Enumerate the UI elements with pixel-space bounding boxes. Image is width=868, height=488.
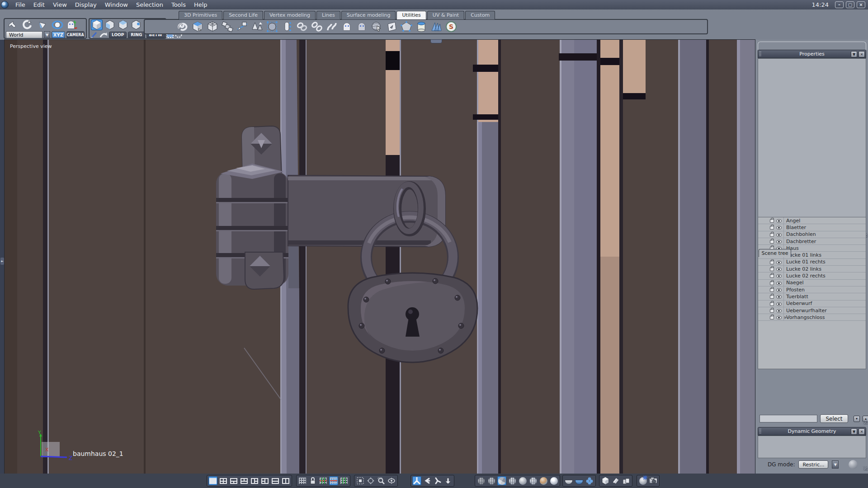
tree-item[interactable]: Angel <box>758 217 866 224</box>
tab-utilities[interactable]: Utilities <box>396 11 426 19</box>
lock-icon[interactable] <box>770 261 774 264</box>
xyz-button[interactable]: XYZ <box>52 31 65 38</box>
dg-collapse-icon[interactable]: ▼ <box>851 428 857 435</box>
lock-icon[interactable] <box>770 295 774 299</box>
eye-icon[interactable] <box>776 282 782 285</box>
extrude-arrow-icon[interactable] <box>99 31 108 38</box>
axis-all-icon[interactable] <box>412 476 421 485</box>
properties-collapse-icon[interactable]: ▼ <box>851 51 857 57</box>
lock-icon[interactable] <box>770 274 774 278</box>
tab-3d-primitives[interactable]: 3D Primitives <box>179 11 222 19</box>
layout-hsplit-icon[interactable] <box>271 476 280 485</box>
mode-object-icon[interactable] <box>91 19 103 30</box>
mode-edge-icon[interactable] <box>117 19 129 30</box>
scene-prev-icon[interactable]: ▾ <box>854 416 860 422</box>
layout-bottom-split-icon[interactable] <box>240 476 249 485</box>
eye-icon[interactable] <box>776 288 782 292</box>
plane-arrow-icon[interactable] <box>385 20 398 33</box>
caged-sphere-icon[interactable] <box>266 20 278 33</box>
prism-icon[interactable] <box>611 476 620 485</box>
minimize-button[interactable]: – <box>835 1 844 8</box>
eye-icon[interactable] <box>776 240 782 244</box>
render-wire-icon[interactable] <box>487 476 496 485</box>
layout-top-split-icon[interactable] <box>229 476 238 485</box>
render-smooth-icon[interactable] <box>518 476 527 485</box>
rotate-tool-icon[interactable] <box>21 19 34 30</box>
menu-selection[interactable]: Selection <box>132 1 167 8</box>
close-button[interactable]: × <box>857 1 865 8</box>
axis-bend-icon[interactable] <box>433 476 442 485</box>
viewport-top-handle[interactable] <box>430 39 442 43</box>
lock-icon[interactable] <box>770 219 774 223</box>
hatch-surface-icon[interactable] <box>430 20 443 33</box>
drag-grip-icon[interactable] <box>759 52 761 57</box>
ring-button[interactable]: RING <box>128 32 145 38</box>
eye-icon[interactable] <box>776 233 782 237</box>
lock-icon[interactable] <box>770 288 774 292</box>
render-smooth-wire-icon[interactable] <box>528 476 538 485</box>
perspective-viewport[interactable]: Perspective view <box>5 40 755 474</box>
render-textured-icon[interactable] <box>539 476 548 485</box>
wedge-tool-icon[interactable] <box>36 19 49 30</box>
menu-window[interactable]: Window <box>101 1 132 8</box>
menu-view[interactable]: View <box>49 1 71 8</box>
layout-left-split-icon[interactable] <box>250 476 259 485</box>
menu-help[interactable]: Help <box>190 1 212 8</box>
cylinder-tool-icon[interactable] <box>415 20 428 33</box>
properties-titlebar[interactable]: Properties ▼ ✕ <box>758 50 866 58</box>
tab-vertex-modeling[interactable]: Vertex modeling <box>264 11 316 19</box>
tab-surface-modeling[interactable]: Surface modeling <box>341 11 396 19</box>
cube-solid-icon[interactable] <box>601 476 610 485</box>
orbit-tool-icon[interactable] <box>51 19 64 30</box>
lock-icon[interactable] <box>770 240 774 244</box>
cube-extrude-icon[interactable] <box>191 20 204 33</box>
chain-break-icon[interactable] <box>311 20 323 33</box>
fit-all-icon[interactable] <box>356 476 365 485</box>
s-logo-icon[interactable]: S <box>445 20 458 33</box>
ghost-a-icon[interactable] <box>340 20 353 33</box>
render-wire-shaded-icon[interactable] <box>508 476 517 485</box>
tree-item[interactable]: Naegel <box>758 280 866 286</box>
layout-quad-icon[interactable] <box>219 476 228 485</box>
dynamic-geometry-titlebar[interactable]: Dynamic Geometry ▼ ✕ <box>758 427 866 436</box>
scene-select-button[interactable]: Select <box>820 414 848 423</box>
tab-second-life[interactable]: Second Life <box>223 11 263 19</box>
lock-view-icon[interactable] <box>308 476 317 485</box>
scene-search-input[interactable] <box>760 415 817 422</box>
tab-custom[interactable]: Custom <box>465 11 495 19</box>
chain-link-icon[interactable] <box>296 20 308 33</box>
tree-item[interactable]: Ueberwurfhalter <box>758 307 866 314</box>
menu-display[interactable]: Display <box>71 1 101 8</box>
tree-item[interactable]: Dachbohlen <box>758 231 866 238</box>
sphere-pick-icon[interactable] <box>370 20 383 33</box>
lock-icon[interactable] <box>770 302 774 306</box>
axis-two-icon[interactable] <box>423 476 432 485</box>
layout-right-split-icon[interactable] <box>260 476 269 485</box>
draw-pencil-icon[interactable] <box>91 31 98 38</box>
polygon-points-icon[interactable] <box>400 20 413 33</box>
tree-item[interactable]: Tuerblatt <box>758 293 866 300</box>
lock-icon[interactable] <box>770 267 774 271</box>
tree-item[interactable]: Lucke 02 rechts <box>758 272 866 279</box>
coordinate-select-arrow-icon[interactable]: ▼ <box>44 31 50 38</box>
cluster-icon[interactable] <box>585 476 594 485</box>
tree-item[interactable]: Dachbretter <box>758 238 866 245</box>
properties-close-icon[interactable]: ✕ <box>859 51 865 57</box>
edge-slide-icon[interactable] <box>236 20 249 33</box>
menu-edit[interactable]: Edit <box>29 1 49 8</box>
look-at-icon[interactable] <box>387 476 396 485</box>
tree-item[interactable]: ▶Vorhangschloss <box>758 314 866 321</box>
tab-lines[interactable]: Lines <box>316 11 340 19</box>
pan-view-icon[interactable] <box>366 476 375 485</box>
layout-single-icon[interactable] <box>208 476 217 485</box>
axis-drop-icon[interactable] <box>443 476 453 485</box>
eye-icon[interactable] <box>776 219 782 223</box>
bowl-filled-icon[interactable] <box>575 476 584 485</box>
ghost-drop-icon[interactable] <box>66 19 79 30</box>
lock-icon[interactable] <box>770 282 774 285</box>
grid-vertical-icon[interactable] <box>340 476 349 485</box>
tab-uv-paint[interactable]: UV & Paint <box>427 11 464 19</box>
loop-button[interactable]: LOOP <box>109 32 127 38</box>
tree-item[interactable]: Lucke 01 rechts <box>758 259 866 266</box>
menu-file[interactable]: File <box>11 1 29 8</box>
